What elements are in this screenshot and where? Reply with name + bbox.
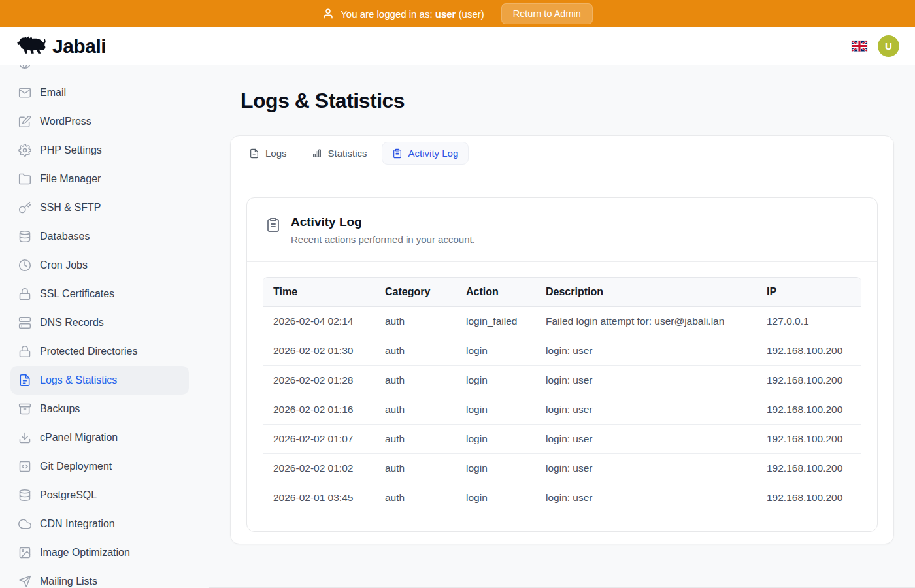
cell-action: login bbox=[456, 483, 535, 513]
cell-time: 2026-02-04 02:14 bbox=[263, 307, 374, 336]
database-icon bbox=[18, 230, 31, 243]
sidebar-item-label: Git Deployment bbox=[40, 461, 112, 472]
sidebar-item-dns-records[interactable]: DNS Records bbox=[10, 308, 189, 337]
sidebar-item-backups[interactable]: Backups bbox=[10, 395, 189, 423]
cell-category: auth bbox=[374, 454, 456, 483]
sidebar-item-postgresql[interactable]: PostgreSQL bbox=[10, 481, 189, 510]
key-icon bbox=[18, 201, 31, 214]
brand-name: Jabali bbox=[52, 35, 106, 57]
image-icon bbox=[18, 546, 31, 559]
table-row: 2026-02-01 03:45authloginlogin: user192.… bbox=[263, 483, 861, 513]
language-flag-uk-icon[interactable] bbox=[852, 41, 867, 52]
folder-icon bbox=[18, 172, 31, 186]
cell-category: auth bbox=[374, 425, 456, 454]
divider bbox=[247, 261, 877, 262]
sidebar-item-label: Logs & Statistics bbox=[40, 374, 117, 386]
sidebar-item-label: Mailing Lists bbox=[40, 576, 97, 587]
table-row: 2026-02-04 02:14authlogin_failedFailed l… bbox=[263, 307, 861, 336]
code-icon bbox=[18, 460, 31, 473]
sidebar-nav: EmailWordPressPHP SettingsFile ManagerSS… bbox=[0, 65, 209, 588]
cloud-icon bbox=[18, 517, 31, 531]
column-header-description: Description bbox=[535, 278, 756, 307]
activity-log-card: Activity Log Recent actions performed in… bbox=[246, 197, 878, 532]
sidebar-item-partial bbox=[10, 65, 189, 78]
impersonated-role: (user) bbox=[459, 8, 484, 20]
tab-statistics[interactable]: Statistics bbox=[301, 142, 378, 165]
sidebar-item-label: Image Optimization bbox=[40, 547, 130, 559]
cell-category: auth bbox=[374, 307, 456, 336]
table-row: 2026-02-02 01:30authloginlogin: user192.… bbox=[263, 336, 861, 366]
sidebar-item-label: Email bbox=[40, 87, 66, 99]
sidebar-item-label: SSH & SFTP bbox=[40, 202, 101, 214]
table-row: 2026-02-02 01:16authloginlogin: user192.… bbox=[263, 395, 861, 425]
sidebar-item-ssl-certificates[interactable]: SSL Certificates bbox=[10, 280, 189, 308]
sidebar-item-image-optimization[interactable]: Image Optimization bbox=[10, 538, 189, 567]
bar-chart-icon bbox=[312, 148, 322, 159]
sidebar-item-email[interactable]: Email bbox=[10, 78, 189, 107]
impersonation-bar: You are logged in as: user (user) Return… bbox=[0, 0, 915, 27]
database-icon bbox=[18, 489, 31, 502]
cell-description: login: user bbox=[535, 336, 756, 366]
sidebar-item-label: Backups bbox=[40, 403, 80, 415]
cell-action: login_failed bbox=[456, 307, 535, 336]
server-icon bbox=[18, 316, 31, 329]
table-row: 2026-02-02 01:07authloginlogin: user192.… bbox=[263, 425, 861, 454]
cell-ip: 192.168.100.200 bbox=[756, 336, 861, 366]
main-content: Logs & Statistics LogsStatisticsActivity… bbox=[209, 65, 915, 588]
cell-description: login: user bbox=[535, 483, 756, 513]
tab-strip: LogsStatisticsActivity Log bbox=[231, 136, 893, 171]
return-to-admin-button[interactable]: Return to Admin bbox=[501, 3, 593, 24]
send-icon bbox=[18, 575, 31, 588]
sidebar-item-wordpress[interactable]: WordPress bbox=[10, 107, 189, 136]
sidebar-item-git-deployment[interactable]: Git Deployment bbox=[10, 452, 189, 481]
sidebar-item-cpanel-migration[interactable]: cPanel Migration bbox=[10, 423, 189, 452]
table-header-row: TimeCategoryActionDescriptionIP bbox=[263, 278, 861, 307]
cell-ip: 192.168.100.200 bbox=[756, 395, 861, 425]
lock-icon bbox=[18, 345, 31, 358]
column-header-action: Action bbox=[456, 278, 535, 307]
cell-description: login: user bbox=[535, 395, 756, 425]
edit-icon bbox=[18, 115, 31, 128]
sidebar-item-label: SSL Certificates bbox=[40, 288, 114, 300]
sidebar-item-label: Protected Directories bbox=[40, 346, 137, 357]
tab-logs[interactable]: Logs bbox=[239, 142, 297, 165]
user-icon bbox=[322, 8, 334, 20]
cell-time: 2026-02-02 01:28 bbox=[263, 366, 374, 395]
clock-icon bbox=[18, 259, 31, 272]
cell-action: login bbox=[456, 425, 535, 454]
sidebar-item-databases[interactable]: Databases bbox=[10, 222, 189, 251]
brand-logo[interactable]: Jabali bbox=[16, 33, 106, 59]
sidebar-item-mailing-lists[interactable]: Mailing Lists bbox=[10, 567, 189, 588]
cell-ip: 192.168.100.200 bbox=[756, 483, 861, 513]
cell-description: Failed login attempt for: user@jabali.la… bbox=[535, 307, 756, 336]
user-avatar[interactable]: U bbox=[878, 35, 899, 57]
file-text-icon bbox=[18, 374, 31, 387]
gear-icon bbox=[18, 144, 31, 157]
cell-action: login bbox=[456, 454, 535, 483]
cell-ip: 192.168.100.200 bbox=[756, 425, 861, 454]
lock-icon bbox=[18, 287, 31, 301]
sidebar-item-cdn-integration[interactable]: CDN Integration bbox=[10, 510, 189, 538]
tab-activity-log[interactable]: Activity Log bbox=[382, 142, 469, 165]
cell-time: 2026-02-01 03:45 bbox=[263, 483, 374, 513]
sidebar-item-protected-directories[interactable]: Protected Directories bbox=[10, 337, 189, 366]
globe-icon bbox=[18, 65, 31, 69]
sidebar-item-logs-statistics[interactable]: Logs & Statistics bbox=[10, 366, 189, 395]
cell-ip: 127.0.0.1 bbox=[756, 307, 861, 336]
sidebar-item-ssh-sftp[interactable]: SSH & SFTP bbox=[10, 193, 189, 222]
mail-icon bbox=[18, 86, 31, 99]
sidebar-item-label: File Manager bbox=[40, 173, 101, 185]
boar-icon bbox=[16, 33, 47, 59]
download-icon bbox=[18, 431, 31, 444]
impersonation-message: You are logged in as: user (user) bbox=[341, 8, 484, 20]
sidebar-item-label: PHP Settings bbox=[40, 144, 102, 156]
impersonated-username: user bbox=[435, 8, 456, 20]
sidebar-item-cron-jobs[interactable]: Cron Jobs bbox=[10, 251, 189, 280]
card-subtitle: Recent actions performed in your account… bbox=[291, 234, 475, 245]
sidebar-item-label: cPanel Migration bbox=[40, 432, 118, 444]
cell-time: 2026-02-02 01:07 bbox=[263, 425, 374, 454]
sidebar-item-php-settings[interactable]: PHP Settings bbox=[10, 136, 189, 165]
column-header-category: Category bbox=[374, 278, 456, 307]
cell-time: 2026-02-02 01:02 bbox=[263, 454, 374, 483]
sidebar-item-file-manager[interactable]: File Manager bbox=[10, 165, 189, 193]
